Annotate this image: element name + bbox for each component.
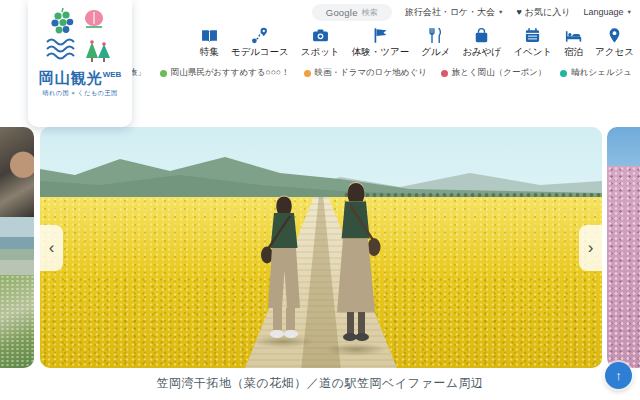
site-logo[interactable]: 岡山観光WEB 晴れの国 × くだもの王国 [28,0,132,127]
woman-right [328,175,382,351]
carousel-prev-button[interactable]: ‹ [40,225,63,271]
camera-icon [312,27,329,44]
logo-title: 岡山観光WEB [39,70,122,85]
nav-item-events[interactable]: イベント [507,24,558,62]
subnav-item-concierge[interactable]: 晴れシェルジュ [560,67,632,79]
nav-item-features[interactable]: 特集 [194,24,225,62]
subnav-label: 岡山県民がおすすめする○○○！ [171,67,290,79]
subnav-label: 晴れシェルジュ [571,67,632,79]
orange-dot-icon [304,70,311,77]
topbar-link-travel-agency[interactable]: 旅行会社・ロケ・大会 ▼ [405,6,504,19]
nav-item-spots[interactable]: スポット [295,24,346,62]
nav-item-lodging[interactable]: 宿泊 [558,24,589,62]
heart-icon: ♥ [517,7,522,17]
search-label: 検索 [362,7,378,18]
nav-item-label: イベント [513,46,552,59]
nav-item-label: モデルコース [231,46,289,59]
google-logo: Google [326,7,358,18]
carousel-prev-slide-peek[interactable] [0,127,34,368]
nav-item-experience-tours[interactable]: 体験・ツアー [346,24,415,62]
carousel-next-slide-peek[interactable] [607,127,640,368]
nav-item-label: 体験・ツアー [352,46,409,59]
route-icon [251,27,268,44]
subnav-label: 映画・ドラマのロケ地めぐり [315,67,427,79]
flag-icon [372,27,389,44]
peek-photo-person [0,127,34,217]
logo-illustration-icon [42,6,118,68]
nav-item-label: 特集 [200,46,219,59]
cutlery-icon [427,27,444,44]
subnav-label: 旅とく岡山（クーポン） [452,67,547,79]
topbar-link-label: Language [584,7,624,17]
book-icon [201,27,218,44]
caret-down-icon: ▼ [498,9,503,15]
nav-item-label: アクセス [595,46,634,59]
nav-item-souvenirs[interactable]: おみやげ [456,24,507,62]
calendar-icon [524,27,541,44]
map-pin-icon [606,27,623,44]
topbar: Google 検索 旅行会社・ロケ・大会 ▼ ♥ お気に入り Language … [140,0,640,24]
carousel-next-button[interactable]: › [579,225,602,271]
chevron-right-icon: › [588,238,594,258]
nav-item-label: おみやげ [462,46,501,59]
peek-photo-blossom-sky [607,127,640,166]
scroll-to-top-button[interactable]: ↑ [605,362,632,389]
subnav-item-film-locations[interactable]: 映画・ドラマのロケ地めぐり [304,67,427,79]
arrow-up-icon: ↑ [615,368,622,383]
teal-dot-icon [560,70,567,77]
nav-item-access[interactable]: アクセス [589,24,640,62]
logo-tagline: 晴れの国 × くだもの王国 [43,89,118,98]
topbar-link-favorites[interactable]: ♥ お気に入り [517,6,571,19]
topbar-link-label: 旅行会社・ロケ・大会 [405,6,495,19]
bed-icon [565,27,582,44]
main-navigation: 特集 モデルコース スポット 体験・ツアー グルメ おみやげ イベント 宿泊 ア… [185,24,640,62]
nav-item-label: 宿泊 [564,46,583,59]
red-dot-icon [441,70,448,77]
carousel-main-slide[interactable]: ‹ › [40,127,602,368]
nav-item-model-course[interactable]: モデルコース [225,24,295,62]
subnav-item-coupon[interactable]: 旅とく岡山（クーポン） [441,67,547,79]
peek-photo-town [0,275,34,368]
sub-navigation: く「おか旅」 岡山県民がおすすめする○○○！ 映画・ドラマのロケ地めぐり 旅とく… [135,63,640,83]
nav-item-label: グルメ [421,46,450,59]
nav-item-gourmet[interactable]: グルメ [415,24,456,62]
chevron-left-icon: ‹ [49,238,55,258]
caret-down-icon: ▼ [627,9,632,15]
slide-caption: 笠岡湾干拓地（菜の花畑）／道の駅笠岡ベイファーム周辺 [0,375,640,392]
nav-item-label: スポット [301,46,340,59]
peek-photo-blossom [607,166,640,368]
shopping-bag-icon [473,27,490,44]
subnav-item-recommend[interactable]: 岡山県民がおすすめする○○○！ [160,67,290,79]
peek-photo-coast [0,217,34,275]
woman-left [258,189,308,341]
google-search-box[interactable]: Google 検索 [312,4,392,21]
topbar-link-language[interactable]: Language ▼ [584,7,633,17]
topbar-link-label: お気に入り [525,6,571,19]
green-dot-icon [160,70,167,77]
